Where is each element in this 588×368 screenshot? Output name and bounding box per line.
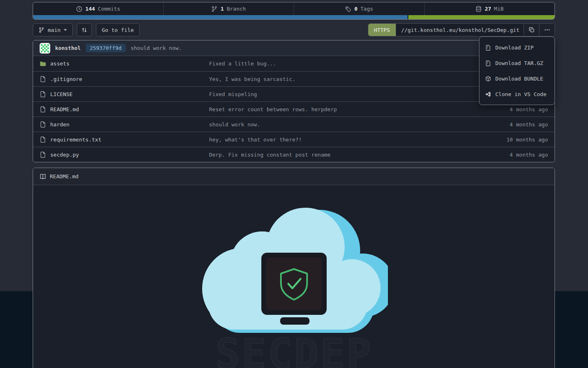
commit-message[interactable]: should work now.: [131, 45, 182, 51]
clone-more-menu-button[interactable]: [539, 24, 555, 36]
repo-size-stat[interactable]: 27 MiB: [424, 2, 555, 15]
file-commit-date: 10 months ago: [470, 137, 548, 143]
tags-label: Tags: [361, 6, 373, 12]
file-name[interactable]: assets: [50, 61, 69, 67]
branches-label: Branch: [227, 6, 246, 12]
clock-history-icon: [76, 6, 82, 12]
repo-stats-row: 144 Commits 1 Branch 0 Tags: [33, 2, 555, 15]
readme-title: README.md: [50, 173, 78, 180]
file-commit-message[interactable]: Yes, I was being sarcastic.: [209, 76, 295, 82]
zip-file-icon: [485, 45, 491, 51]
file-commit-message[interactable]: Fixed a little bug...: [209, 61, 276, 67]
file-row: assets Fixed a little bug...: [33, 56, 555, 71]
latest-commit-row: konsthol 259370ff9d should work now.: [33, 40, 555, 56]
secdep-wordmark: SECDEP: [215, 330, 372, 368]
repo-size-value: 27: [485, 6, 491, 12]
menu-item-label: Download BUNDLE: [495, 76, 543, 82]
language-segment-python: [33, 15, 408, 19]
book-icon: [40, 173, 46, 180]
clone-panel: HTTPS: [368, 23, 555, 36]
folder-icon: [40, 61, 46, 67]
readme-body: SECDEP: [33, 185, 555, 368]
vscode-icon: [485, 91, 491, 97]
avatar[interactable]: [40, 43, 50, 54]
secdep-logo-image: SECDEP: [200, 208, 388, 368]
go-to-file-button[interactable]: Go to file: [96, 23, 139, 36]
readme-header[interactable]: README.md: [33, 168, 555, 185]
file-name[interactable]: LICENSE: [50, 91, 73, 97]
repo-toolbar: main Go to file HTTPS: [33, 23, 555, 36]
compare-icon: [81, 27, 87, 33]
file-icon: [40, 106, 46, 112]
database-icon: [475, 6, 482, 12]
menu-item-label: Clone in VS Code: [495, 91, 546, 97]
identicon-avatar: [40, 43, 50, 54]
tags-stat[interactable]: 0 Tags: [294, 2, 424, 15]
language-segment-green: [408, 15, 555, 19]
clone-dropdown-menu: Download ZIP Download TAR.GZ Download BU…: [479, 36, 555, 105]
copy-icon: [528, 27, 535, 33]
file-table: konsthol 259370ff9d should work now. ass…: [33, 40, 555, 162]
file-name[interactable]: harden: [50, 121, 69, 128]
branch-icon: [211, 6, 218, 12]
readme-section: README.md SEC: [33, 168, 555, 368]
file-commit-message[interactable]: Fixed mispeling: [209, 91, 257, 97]
file-name[interactable]: .gitignore: [50, 76, 82, 82]
file-row: requirements.txt hey, what's that over t…: [33, 132, 555, 147]
go-to-file-label: Go to file: [102, 27, 134, 33]
file-name[interactable]: README.md: [50, 106, 79, 112]
chevron-down-icon: [64, 29, 67, 31]
file-commit-message[interactable]: hey, what's that over there?!: [209, 137, 302, 143]
file-row: README.md Reset error count between rows…: [33, 101, 555, 117]
language-bar[interactable]: [33, 15, 555, 19]
file-icon: [40, 151, 46, 158]
file-icon: [40, 136, 46, 143]
file-commit-message[interactable]: Reset error count between rows. herpderp: [209, 106, 337, 112]
commits-stat[interactable]: 144 Commits: [33, 2, 163, 15]
file-row: LICENSE Fixed mispeling: [33, 86, 555, 101]
repo-page: 144 Commits 1 Branch 0 Tags: [0, 0, 588, 368]
clone-url-input[interactable]: [396, 24, 523, 36]
copy-url-button[interactable]: [523, 24, 539, 36]
file-row: secdep.py Derp. Fix missing constant pos…: [33, 147, 555, 162]
file-name[interactable]: requirements.txt: [50, 137, 101, 143]
https-protocol-button[interactable]: HTTPS: [368, 24, 396, 36]
file-name[interactable]: secdep.py: [50, 152, 79, 158]
menu-item-download-targz[interactable]: Download TAR.GZ: [479, 55, 555, 71]
menu-item-label: Download ZIP: [495, 45, 534, 51]
compare-button[interactable]: [77, 23, 92, 36]
repo-size-label: MiB: [494, 6, 503, 12]
file-commit-date: 4 months ago: [470, 152, 548, 158]
file-row: .gitignore Yes, I was being sarcastic.: [33, 71, 555, 86]
file-commit-message[interactable]: Derp. Fix missing constant post rename: [209, 152, 330, 158]
branch-name: main: [48, 27, 60, 33]
file-commit-date: 4 months ago: [470, 106, 548, 112]
commits-label: Commits: [98, 6, 120, 12]
file-icon: [40, 121, 46, 128]
commit-author[interactable]: konsthol: [55, 45, 81, 51]
branches-count: 1: [220, 6, 224, 12]
branch-selector-button[interactable]: main: [33, 23, 73, 36]
branches-stat[interactable]: 1 Branch: [163, 2, 294, 15]
file-icon: [40, 76, 46, 82]
kebab-dots-icon: [544, 27, 550, 33]
file-row: harden should work now. 4 months ago: [33, 117, 555, 132]
tags-count: 0: [354, 6, 358, 12]
repo-stats-box: 144 Commits 1 Branch 0 Tags: [33, 2, 555, 20]
commits-count: 144: [85, 6, 95, 12]
menu-item-download-zip[interactable]: Download ZIP: [479, 40, 555, 55]
file-commit-message[interactable]: should work now.: [209, 121, 260, 128]
zip-file-icon: [485, 60, 491, 66]
tag-icon: [345, 6, 352, 12]
menu-item-download-bundle[interactable]: Download BUNDLE: [479, 71, 555, 86]
menu-item-label: Download TAR.GZ: [495, 60, 543, 66]
package-cube-icon: [485, 76, 491, 82]
branch-icon: [38, 27, 45, 33]
https-label: HTTPS: [374, 27, 390, 33]
commit-hash-badge[interactable]: 259370ff9d: [86, 44, 126, 52]
file-icon: [40, 91, 46, 97]
file-commit-date: 4 months ago: [470, 121, 548, 128]
menu-item-clone-vscode[interactable]: Clone in VS Code: [479, 86, 555, 102]
